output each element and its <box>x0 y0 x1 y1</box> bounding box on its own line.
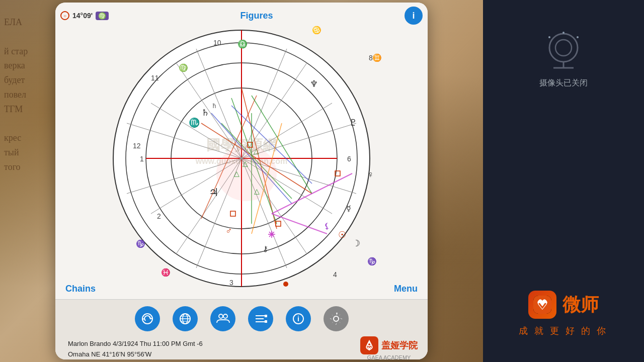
svg-point-91 <box>562 32 565 34</box>
svg-text:♆: ♆ <box>310 79 318 89</box>
svg-rect-81 <box>265 320 267 323</box>
info-toolbar-button[interactable]: i <box>284 305 312 332</box>
sync-settings-button[interactable] <box>133 305 161 332</box>
toolbar-icons: i <box>55 300 428 336</box>
svg-text:⚸: ⚸ <box>324 222 330 230</box>
svg-point-26 <box>216 146 277 201</box>
globe-button[interactable] <box>171 305 199 332</box>
svg-point-93 <box>548 36 550 38</box>
astrology-wheel-svg: ♎ ♄ ħ ♏ ♃ ♂ ⚷ ⚸ ☉ ☽ ♆ ♇ <box>101 23 382 294</box>
svg-text:♃: ♃ <box>209 186 219 199</box>
svg-text:⚷: ⚷ <box>263 244 268 253</box>
gaea-icon <box>360 336 378 354</box>
list-icon <box>248 306 273 331</box>
bottom-toolbar: i Marlon Brando 4/3/1924 Thu 11:00 PM Gm… <box>55 299 428 359</box>
sun-sign-badge: ♍ <box>96 12 109 20</box>
svg-point-75 <box>219 314 223 318</box>
right-panel: 摄像头已关闭 微师 成 就 更 好 的 你 <box>483 0 644 362</box>
svg-text:△: △ <box>243 159 248 167</box>
svg-text:♄: ♄ <box>201 108 209 118</box>
person-info: Marlon Brando 4/3/1924 Thu 11:00 PM Gmt … <box>60 338 355 349</box>
svg-text:♓: ♓ <box>161 268 171 277</box>
gaea-logo-row: 盖娅学院 <box>360 336 418 354</box>
sun-icon: ○ <box>60 11 69 20</box>
svg-text:♋: ♋ <box>312 26 321 35</box>
svg-text:♍: ♍ <box>179 63 188 72</box>
figures-button[interactable]: Figures <box>240 11 273 21</box>
svg-text:10: 10 <box>213 39 221 47</box>
top-bar: ○ 14°09' ♍ Figures i <box>60 7 423 25</box>
gaea-name: 盖娅学院 <box>381 339 418 351</box>
globe-icon <box>173 306 198 331</box>
weishi-icon <box>528 291 556 319</box>
svg-text:△: △ <box>254 147 259 155</box>
svg-text:♑: ♑ <box>136 239 145 248</box>
camera-section: 摄像头已关闭 <box>538 30 589 88</box>
svg-text:♀: ♀ <box>367 169 374 179</box>
svg-text:☉: ☉ <box>338 230 346 240</box>
svg-text:11: 11 <box>151 74 159 82</box>
svg-text:☿: ☿ <box>346 204 351 213</box>
camera-off-svg <box>538 30 589 70</box>
svg-text:1: 1 <box>140 155 144 163</box>
svg-point-76 <box>223 314 227 318</box>
sync-icon <box>135 306 160 331</box>
camera-label: 摄像头已关闭 <box>539 78 588 88</box>
svg-text:♊: ♊ <box>372 53 382 62</box>
settings-button[interactable] <box>322 305 350 332</box>
svg-text:△: △ <box>234 169 239 177</box>
svg-text:6: 6 <box>347 155 351 163</box>
chart-bottom-labels: Chains Menu <box>55 284 428 294</box>
wheel-container: ♎ ♄ ħ ♏ ♃ ♂ ⚷ ⚸ ☉ ☽ ♆ ♇ <box>101 23 382 294</box>
svg-text:i: i <box>297 315 299 323</box>
svg-point-88 <box>555 40 572 56</box>
people-button[interactable] <box>209 305 236 332</box>
info-button[interactable]: i <box>405 7 423 25</box>
menu-button[interactable]: Menu <box>394 284 418 294</box>
weishi-tagline: 成 就 更 好 的 你 <box>519 325 608 337</box>
svg-text:ħ: ħ <box>213 103 216 110</box>
info-toolbar-icon: i <box>286 306 311 331</box>
svg-text:2: 2 <box>157 212 161 220</box>
weishi-section: 微师 成 就 更 好 的 你 <box>519 291 608 337</box>
svg-text:♑: ♑ <box>367 257 377 266</box>
svg-text:♂: ♂ <box>225 226 232 236</box>
location-info: Omaha NE 41°16'N 95°56'W <box>60 348 355 359</box>
svg-text:✳: ✳ <box>268 230 275 240</box>
svg-rect-80 <box>265 315 267 317</box>
gaea-sub: GAEA ACADEMY <box>367 354 411 359</box>
svg-text:4: 4 <box>333 270 337 279</box>
svg-point-87 <box>549 34 578 62</box>
list-button[interactable] <box>247 305 274 332</box>
svg-text:♇: ♇ <box>349 118 357 128</box>
app-card: ○ 14°09' ♍ Figures i <box>55 3 428 359</box>
svg-text:12: 12 <box>133 142 141 150</box>
gaea-badge: 盖娅学院 GAEA ACADEMY <box>360 336 418 359</box>
svg-text:☽: ☽ <box>352 238 360 248</box>
camera-icon-wrap <box>538 30 589 70</box>
svg-text:♏: ♏ <box>189 117 200 128</box>
bg-text-russian-left: ЕЛА й стар верка будет повел ТГМ крес ты… <box>4 15 28 174</box>
svg-point-92 <box>577 36 579 38</box>
sun-position: 14°09' <box>72 12 93 20</box>
chains-button[interactable]: Chains <box>65 284 96 294</box>
svg-text:△: △ <box>254 187 260 195</box>
settings-icon <box>324 306 349 331</box>
weishi-brand-name: 微师 <box>562 293 599 317</box>
people-icon <box>210 306 235 331</box>
chart-info-row: Marlon Brando 4/3/1924 Thu 11:00 PM Gmt … <box>55 336 428 359</box>
svg-text:♎: ♎ <box>237 39 248 49</box>
svg-point-84 <box>334 316 339 321</box>
weishi-logo-row: 微师 <box>528 291 599 319</box>
chart-area: ○ 14°09' ♍ Figures i <box>55 3 428 299</box>
